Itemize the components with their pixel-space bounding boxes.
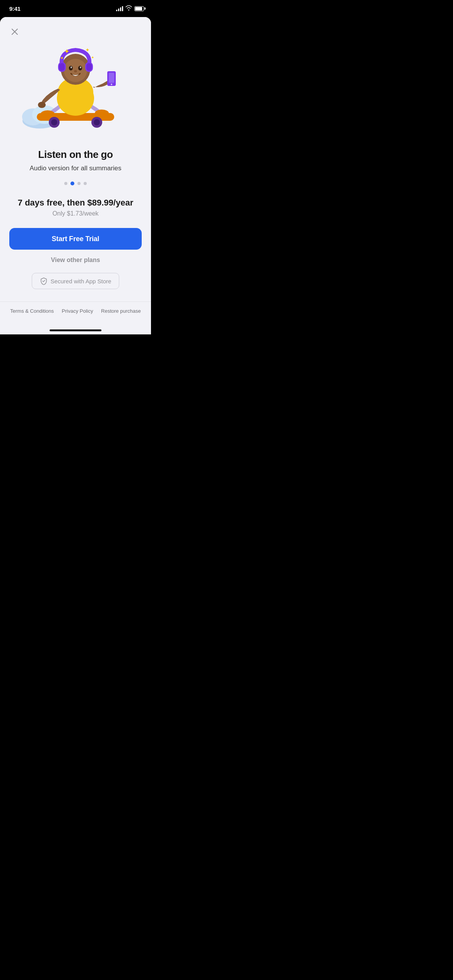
main-content: Listen on the go Audio version for all s… <box>0 149 151 302</box>
dot-2[interactable] <box>70 182 74 185</box>
illustration-area: ✦ ✦ ✦ ✦ <box>0 17 151 149</box>
svg-point-8 <box>41 110 55 117</box>
pricing-main: 7 days free, then $89.99/year <box>18 198 133 208</box>
svg-point-21 <box>80 67 81 69</box>
close-button[interactable] <box>8 25 22 39</box>
svg-text:✦: ✦ <box>60 55 64 61</box>
svg-rect-26 <box>86 63 92 71</box>
status-bar: 9:41 <box>0 0 151 17</box>
dot-4[interactable] <box>84 182 87 185</box>
svg-rect-25 <box>59 63 65 71</box>
start-free-trial-button[interactable]: Start Free Trial <box>9 228 142 250</box>
signal-bars-icon <box>116 6 123 11</box>
svg-text:✦: ✦ <box>85 47 90 53</box>
status-icons <box>116 5 144 12</box>
svg-point-20 <box>70 67 72 69</box>
svg-point-22 <box>74 70 77 72</box>
pricing-sub: Only $1.73/week <box>52 210 98 217</box>
hero-illustration: ✦ ✦ ✦ ✦ <box>14 21 137 145</box>
page-subtitle: Audio version for all summaries <box>29 164 121 172</box>
wifi-icon <box>125 5 132 12</box>
svg-point-5 <box>51 119 57 125</box>
shield-check-icon <box>40 277 48 285</box>
svg-point-15 <box>111 84 112 85</box>
home-indicator <box>50 329 101 331</box>
dot-1[interactable] <box>64 182 67 185</box>
svg-text:✦: ✦ <box>64 48 70 55</box>
footer: Terms & Conditions Privacy Policy Restor… <box>0 302 151 326</box>
dot-3[interactable] <box>77 182 81 185</box>
svg-text:✦: ✦ <box>91 55 94 60</box>
svg-point-9 <box>95 110 109 117</box>
restore-purchase-link[interactable]: Restore purchase <box>101 308 141 314</box>
main-card: ✦ ✦ ✦ ✦ Listen on the go Audio version f… <box>0 17 151 334</box>
svg-point-11 <box>38 102 46 108</box>
privacy-policy-link[interactable]: Privacy Policy <box>62 308 93 314</box>
carousel-dots <box>64 182 87 185</box>
battery-icon <box>134 6 144 11</box>
view-other-plans-button[interactable]: View other plans <box>51 257 100 264</box>
terms-conditions-link[interactable]: Terms & Conditions <box>10 308 54 314</box>
secured-text: Secured with App Store <box>51 278 112 284</box>
svg-point-7 <box>94 119 100 125</box>
status-time: 9:41 <box>9 5 21 12</box>
svg-rect-14 <box>109 73 114 83</box>
secured-badge: Secured with App Store <box>32 273 120 289</box>
page-title: Listen on the go <box>38 149 113 161</box>
